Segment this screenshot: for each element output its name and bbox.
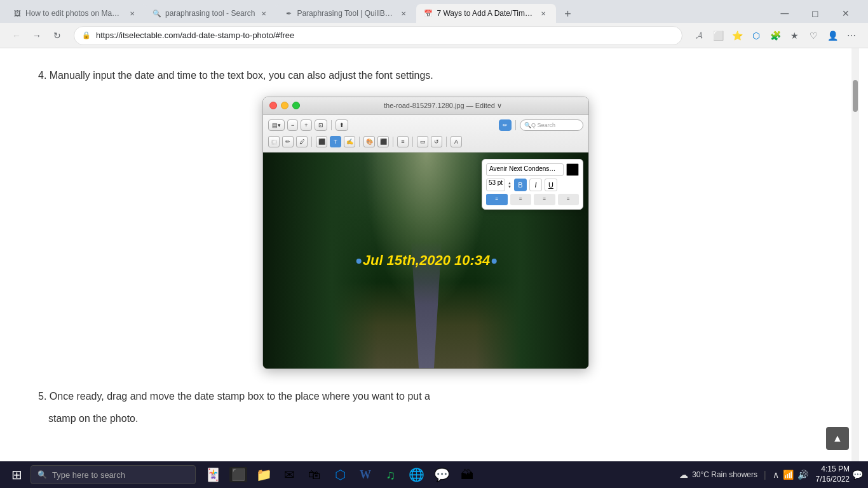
font-size-input[interactable]: 53 pt (486, 179, 505, 191)
taskbar-app-edge[interactable]: ⬡ (328, 463, 352, 487)
restore-button[interactable]: ◻ (801, 4, 830, 23)
minimize-button[interactable]: ─ (770, 4, 799, 23)
extensions-button[interactable]: 🧩 (766, 27, 784, 44)
tab-2[interactable]: 🔍 paraphrasing tool - Search ✕ (145, 4, 276, 23)
mac-tool-border[interactable]: ⬛ (377, 136, 389, 147)
taskbar-app-file-explorer[interactable]: 📁 (252, 463, 276, 487)
system-clock[interactable]: 4:15 PM 7/16/2022 (816, 464, 850, 484)
taskbar-app-word[interactable]: W (353, 463, 377, 487)
align-justify-button[interactable]: ≡ (558, 194, 580, 205)
browser-actions: 𝓐 ⬜ ⭐ ⬡ 🧩 ★ ♡ 👤 ⋯ (690, 27, 860, 44)
tab-1-favicon: 🖼 (13, 9, 22, 18)
taskbar: ⊞ 🔍 Type here to search 🃏 ⬛ 📁 ✉ 🛍 ⬡ W ♫ (0, 461, 868, 488)
favorites-button[interactable]: ★ (785, 27, 803, 44)
separator4 (359, 137, 360, 147)
taskbar-app-chrome[interactable]: 🌐 (404, 463, 428, 487)
immersive-reader-button[interactable]: ⬜ (709, 27, 727, 44)
tab-3[interactable]: ✒ Paraphrasing Tool | QuillBot AI ✕ (276, 4, 416, 23)
app2-icon: ⬛ (229, 467, 247, 482)
underline-button[interactable]: U (545, 179, 557, 191)
tab-3-close[interactable]: ✕ (398, 8, 409, 18)
mac-tool-pen[interactable]: 🖊 (296, 136, 308, 147)
bold-button[interactable]: B (514, 179, 527, 191)
scroll-to-top-button[interactable]: ▲ (826, 427, 849, 450)
mac-markup[interactable]: ✏ (499, 119, 512, 131)
taskbar-app-mail[interactable]: ✉ (277, 463, 301, 487)
separator1 (331, 120, 332, 130)
search-placeholder: Q Search (531, 122, 555, 128)
mac-zoom-out[interactable]: − (287, 119, 298, 131)
tab-1-close[interactable]: ✕ (127, 8, 137, 18)
date-stamp[interactable]: Jul 15th,2020 10:34 (355, 252, 498, 269)
mac-tool-color[interactable]: 🎨 (363, 136, 375, 147)
taskbar-app-photos[interactable]: 🏔 (455, 463, 479, 487)
mac-zoom-in[interactable]: + (301, 119, 311, 131)
windows-logo-icon: ⊞ (11, 467, 22, 482)
tab-4[interactable]: 📅 7 Ways to Add A Date/Time Sta… ✕ (416, 4, 556, 23)
start-button[interactable]: ⊞ (5, 463, 28, 486)
settings-more-button[interactable]: ⋯ (843, 27, 860, 44)
scrollbar-thumb[interactable] (853, 80, 858, 112)
article-area: 4. Manually input the date and time to t… (0, 48, 851, 461)
tab-4-close[interactable]: ✕ (538, 8, 548, 18)
mac-zoom-fit[interactable]: ⊡ (315, 119, 327, 131)
mac-share[interactable]: ⬆ (336, 119, 348, 131)
color-swatch[interactable] (566, 163, 579, 176)
mac-tool-sign[interactable]: ✍ (344, 136, 355, 147)
italic-button[interactable]: I (529, 179, 542, 191)
mac-search[interactable]: 🔍 Q Search (520, 119, 583, 131)
taskbar-app-black[interactable]: ⬛ (226, 463, 250, 487)
mac-tool-select[interactable]: ⬚ (268, 136, 280, 147)
align-right-button[interactable]: ≡ (534, 194, 555, 205)
taskbar-app-cards[interactable]: 🃏 (201, 463, 225, 487)
tray-expand-icon[interactable]: ∧ (773, 470, 779, 480)
forward-button[interactable]: → (28, 27, 46, 44)
navigation-bar: ← → ↻ 🔒 https://itselectable.com/add-dat… (0, 23, 868, 48)
taskbar-search-icon: 🔍 (37, 470, 47, 479)
network-icon[interactable]: 📶 (783, 470, 794, 480)
close-button[interactable]: ✕ (831, 4, 860, 23)
mac-tool-rect[interactable]: ▭ (417, 136, 428, 147)
taskbar-app-store[interactable]: 🛍 (302, 463, 327, 487)
cards-icon: 🃏 (205, 467, 221, 482)
taskbar-search[interactable]: 🔍 Type here to search (31, 465, 196, 484)
mac-minimize-button[interactable] (281, 102, 288, 109)
system-tray: ☁ 30°C Rain showers | ∧ 📶 🔊 (679, 470, 808, 480)
new-tab-button[interactable]: + (559, 5, 576, 23)
back-button[interactable]: ← (8, 27, 25, 44)
size-down[interactable]: ▼ (508, 185, 512, 189)
mac-maximize-button[interactable] (292, 102, 300, 109)
align-center-button[interactable]: ≡ (510, 194, 532, 205)
add-to-favorites-button[interactable]: ⭐ (728, 27, 746, 44)
mac-sidebar-toggle[interactable]: ▤▾ (268, 119, 285, 131)
page-scrollbar[interactable] (851, 48, 859, 461)
tray-separator: | (764, 470, 766, 480)
collections-button[interactable]: ♡ (804, 27, 822, 44)
volume-icon[interactable]: 🔊 (797, 470, 808, 480)
page-content: 4. Manually input the date and time to t… (0, 48, 868, 461)
mac-tool-annotate[interactable]: A (451, 136, 462, 147)
mac-tool-align[interactable]: ≡ (397, 136, 409, 147)
mac-tool-rotate[interactable]: ↺ (431, 136, 442, 147)
taskbar-app-spotify[interactable]: ♫ (379, 463, 403, 487)
profile-button[interactable]: 👤 (824, 27, 841, 44)
address-bar[interactable]: 🔒 https://itselectable.com/add-date-stam… (74, 26, 682, 45)
separator5 (393, 137, 393, 147)
tab-2-close[interactable]: ✕ (259, 8, 269, 18)
mac-tool-pencil[interactable]: ✏ (282, 136, 294, 147)
tab-4-favicon: 📅 (424, 9, 433, 18)
align-left-button[interactable]: ≡ (486, 194, 508, 205)
taskbar-app-whatsapp[interactable]: 💬 (430, 463, 454, 487)
mac-close-button[interactable] (269, 102, 277, 109)
spotify-icon: ♫ (386, 468, 396, 482)
refresh-button[interactable]: ↻ (48, 27, 66, 44)
tab-1[interactable]: 🖼 How to edit photos on Mac 202 ✕ (5, 4, 145, 23)
notification-button[interactable]: 💬 (852, 470, 863, 480)
font-select[interactable]: Avenir Next Condens… (486, 163, 564, 176)
mac-canvas: Jul 15th,2020 10:34 Avenir Next Condens…… (263, 152, 589, 369)
size-spinner[interactable]: ▲ ▼ (508, 181, 512, 189)
mac-tool-text[interactable]: T (330, 136, 341, 147)
mac-tool-shapes[interactable]: ⬛ (316, 136, 327, 147)
reading-view-button[interactable]: 𝓐 (690, 27, 708, 44)
step5-text: 5. Once ready, drag and move the date st… (38, 388, 813, 405)
